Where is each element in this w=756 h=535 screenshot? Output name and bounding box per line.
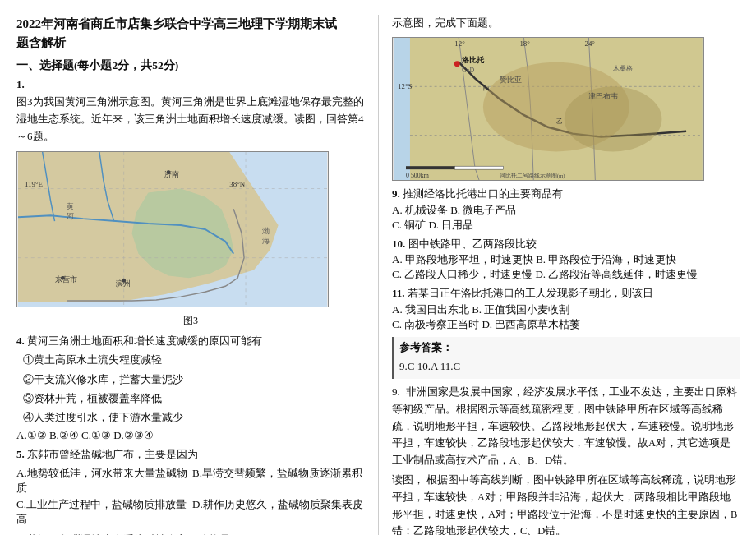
q4-opt2: ②干支流兴修水库，拦蓄大量泥沙 xyxy=(23,370,365,389)
q5-optD: D.耕作历史悠久，盐碱物质聚集表皮 xyxy=(192,497,365,527)
q11-block: 11. 若某日正午洛比托港口的工人发现影子朝北，则该日 A. 我国日出东北 B.… xyxy=(392,285,740,332)
svg-text:渤: 渤 xyxy=(262,227,270,235)
q5-text: 东茻市曾经盐碱地广布，主要是因为 xyxy=(27,448,198,460)
svg-text:CoD: CoD xyxy=(462,66,474,73)
map3-figure: 119°E 38°N 渤 海 黄 河 东营市 滨州 济南 xyxy=(16,151,329,307)
q10-text: 图中铁路甲、乙两路段比较 xyxy=(408,238,537,250)
q4-opt4: ④人类过度引水，使下游水量减少 xyxy=(23,408,365,427)
analysis10-detail: 根据图中等高线判断，图中铁路甲所在区域等高线稀疏，说明地形平担，车速较快，A对；… xyxy=(392,474,737,535)
q4-block: 4. 黄河三角洲土地面积和增长速度减缓的原因可能有 ①黄土高原水土流失程度减轻 … xyxy=(16,333,365,441)
svg-rect-36 xyxy=(454,166,503,169)
answer2-text: 9.C 10.A 11.C xyxy=(399,357,735,376)
q5-optA: A.地势较低洼，河水带来大量盐碱物质 xyxy=(16,466,189,496)
svg-text:119°E: 119°E xyxy=(25,180,43,188)
q1-intro: 图3为我国黄河三角洲示意图。黄河三角洲是世界上底滩湿地保存最完整的湿地生态系统。… xyxy=(16,94,365,145)
svg-text:24°: 24° xyxy=(584,39,595,48)
svg-text:18°: 18° xyxy=(519,39,530,48)
svg-point-17 xyxy=(122,279,126,283)
svg-text:12°S: 12°S xyxy=(398,82,412,90)
q4-opt3: ③资林开荒，植被覆盖率降低 xyxy=(23,389,365,408)
svg-text:洛比托: 洛比托 xyxy=(462,55,485,63)
page-container: 2022年河南省商丘市店集乡联合中学高三地理下学期期末试 题含解析 一、选择题(… xyxy=(0,0,756,535)
analysis10-section: 读图， 根据图中等高线判断，图中铁路甲所在区域等高线稀疏，说明地形平担，车速较快… xyxy=(392,472,740,535)
q10-block: 10. 图中铁路甲、乙两路段比较 A. 甲路段地形平坦，时速更快 B. 甲路段位… xyxy=(392,236,740,283)
q9-opts: A. 机械设备 B. 微电子产品 C. 铜矿 D. 日用品 xyxy=(392,203,740,233)
q4-opt1: ①黄土高原水土流失程度减轻 xyxy=(23,350,365,369)
q5-block: 5. 东茻市曾经盐碱地广布，主要是因为 A.地势较低洼，河水带来大量盐碱物质 B… xyxy=(16,446,365,527)
page-title: 2022年河南省商丘市店集乡联合中学高三地理下学期期末试 题含解析 xyxy=(16,15,365,52)
answer2-section: 参考答案： 9.C 10.A 11.C xyxy=(392,337,740,379)
svg-text:乙: 乙 xyxy=(556,118,563,125)
q10-optCD: C. 乙路段人口稀少，时速更慢 D. 乙路段沿等高线延伸，时速更慢 xyxy=(392,267,740,282)
q10-number: 10. xyxy=(392,238,405,250)
svg-text:河: 河 xyxy=(67,213,74,221)
q9-block: 9. 推测经洛比托港出口的主要商品有 A. 机械设备 B. 微电子产品 C. 铜… xyxy=(392,186,740,233)
svg-point-23 xyxy=(454,61,460,67)
q11-optAB: A. 我国日出东北 B. 正值我国小麦收割 xyxy=(392,302,740,317)
map3-caption: 图3 xyxy=(16,314,365,328)
svg-text:甲: 甲 xyxy=(483,86,490,94)
svg-point-16 xyxy=(61,276,65,280)
q9-optCD: C. 铜矿 D. 日用品 xyxy=(392,218,740,233)
svg-text:38°N: 38°N xyxy=(229,180,245,188)
q10-opts: A. 甲路段地形平坦，时速更快 B. 甲路段位于沿海，时速更快 C. 乙路段人口… xyxy=(392,252,740,282)
svg-text:赞比亚: 赞比亚 xyxy=(500,76,522,84)
q11-text: 若某日正午洛比托港口的工人发现影子朝北，则该日 xyxy=(408,287,653,299)
instruction-text: 示意图，完成下面题。 xyxy=(392,15,740,32)
analysis9-label: 9. xyxy=(392,385,400,399)
q6-block: 6. 黄河三角洲湿地生态系统对社会主要功能是 A.通养水源，大量削减土壤中的盐碱… xyxy=(16,532,365,535)
q4-text: 黄河三角洲土地面积和增长速度减缓的原因可能有 xyxy=(27,334,262,347)
left-column: 2022年河南省商丘市店集乡联合中学高三地理下学期期末试 题含解析 一、选择题(… xyxy=(16,15,378,535)
q5-options: A.地势较低洼，河水带来大量盐碱物质 B.旱涝交替频繁，盐碱物质逐渐累积 C.工… xyxy=(16,466,365,527)
svg-text:海: 海 xyxy=(262,237,270,245)
analysis-section: 9. 非洲国家是发展中国家，经济发展水平低，工业不发达，主要出口原料等初级产品。… xyxy=(392,384,740,468)
q9-text: 推测经洛比托港出口的主要商品有 xyxy=(403,187,563,200)
analysis9-text: 非洲国家是发展中国家，经济发展水平低，工业不发达，主要出口原料等初级产品。根据图… xyxy=(392,386,737,466)
svg-point-18 xyxy=(167,171,171,175)
svg-text:木桑格: 木桑格 xyxy=(613,64,633,71)
svg-text:河比托二号路线示意图(m): 河比托二号路线示意图(m) xyxy=(500,173,565,179)
q11-opts: A. 我国日出东北 B. 正值我国小麦收割 C. 南极考察正当时 D. 巴西高原… xyxy=(392,302,740,332)
q5-optC: C.工业生产过程中，盐碱物质排放量高 xyxy=(16,497,189,527)
q4-number: 4. xyxy=(16,334,25,347)
q11-number: 11. xyxy=(392,287,405,299)
svg-text:黄: 黄 xyxy=(67,203,74,211)
q1-number: 1. xyxy=(16,78,365,91)
svg-text:0        500km: 0 500km xyxy=(406,172,430,179)
q11-optCD: C. 南极考察正当时 D. 巴西高原草木枯萎 xyxy=(392,317,740,332)
answer2-label: 参考答案： xyxy=(399,340,735,355)
q5-optB: B.旱涝交替频繁，盐碱物质逐渐累积 xyxy=(192,466,365,496)
right-column: 示意图，完成下面题。 洛 xyxy=(378,15,740,535)
q5-number: 5. xyxy=(16,448,25,460)
svg-text:东营市: 东营市 xyxy=(55,276,77,284)
africa-map: 洛比托 CoD 12° 18° 24° 12°S 赞比亚 津巴布韦 木桑格 甲 … xyxy=(392,37,704,181)
q4-choices: A.①② B.②④ C.①③ D.②③④ xyxy=(16,429,365,442)
svg-text:津巴布韦: 津巴布韦 xyxy=(588,92,618,100)
analysis10-text: 读图， xyxy=(392,474,424,486)
q4-options: ①黄土高原水土流失程度减轻 ②干支流兴修水库，拦蓄大量泥沙 ③资林开荒，植被覆盖… xyxy=(23,350,365,427)
svg-rect-35 xyxy=(406,166,454,169)
svg-text:12°: 12° xyxy=(454,39,465,48)
q9-number: 9. xyxy=(392,187,400,200)
q9-optAB: A. 机械设备 B. 微电子产品 xyxy=(392,203,740,218)
section-header: 一、选择题(每小题2分，共52分) xyxy=(16,58,365,73)
svg-text:济南: 济南 xyxy=(164,170,179,178)
q10-optAB: A. 甲路段地形平坦，时速更快 B. 甲路段位于沿海，时速更快 xyxy=(392,252,740,267)
